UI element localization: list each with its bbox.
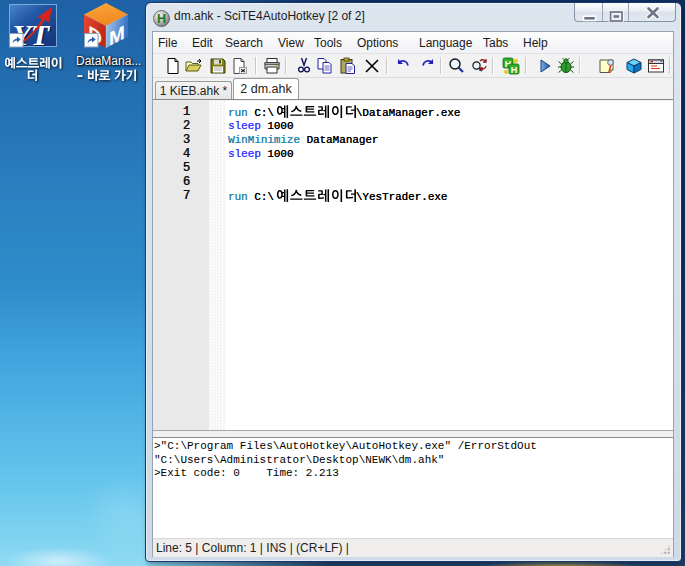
svg-text:H: H [157,12,166,26]
svg-text:H: H [511,65,518,75]
